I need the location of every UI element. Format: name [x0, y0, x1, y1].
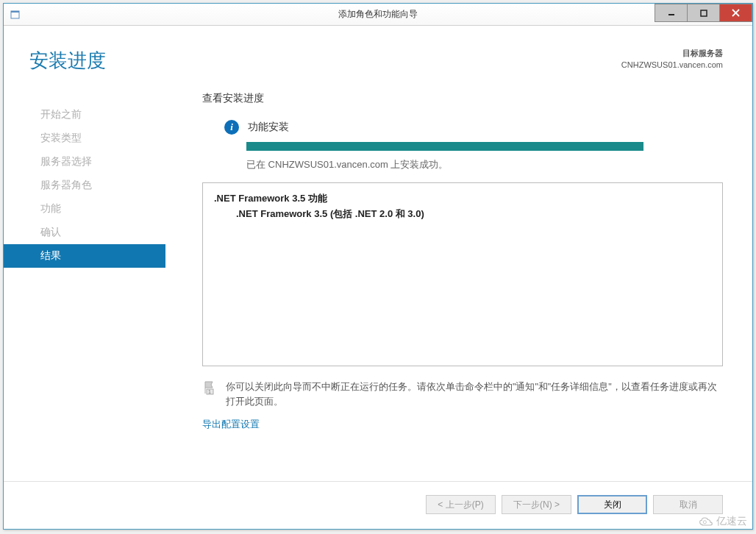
- sidebar-item-server-selection: 服务器选择: [4, 150, 165, 174]
- sidebar-item-install-type: 安装类型: [4, 127, 165, 150]
- svg-rect-1: [11, 11, 19, 13]
- target-server-info: 目标服务器 CNHZWSUS01.vancen.com: [621, 48, 723, 69]
- header-section: 安装进度 目标服务器 CNHZWSUS01.vancen.com: [4, 26, 752, 88]
- target-server-name: CNHZWSUS01.vancen.com: [621, 60, 723, 69]
- target-server-label: 目标服务器: [621, 48, 723, 59]
- wizard-sidebar: 开始之前 安装类型 服务器选择 服务器角色 功能 确认 结果: [4, 88, 165, 481]
- watermark-text: 亿速云: [716, 515, 747, 528]
- success-message: 已在 CNHZWSUS01.vancen.com 上安装成功。: [202, 158, 723, 171]
- close-window-button[interactable]: [719, 4, 752, 22]
- sidebar-item-results: 结果: [4, 244, 165, 268]
- view-progress-label: 查看安装进度: [202, 88, 723, 105]
- maximize-button[interactable]: [687, 4, 720, 22]
- svg-point-8: [703, 521, 706, 524]
- sidebar-item-server-roles: 服务器角色: [4, 174, 165, 197]
- wizard-window: 添加角色和功能向导 安装进度 目标服务器 CNHZWSUS01.vancen.c…: [3, 3, 753, 530]
- status-text: 功能安装: [248, 121, 289, 134]
- export-config-link[interactable]: 导出配置设置: [202, 418, 260, 431]
- notice-text: 你可以关闭此向导而不中断正在运行的任务。请依次单击命令栏中的"通知"和"任务详细…: [226, 380, 723, 409]
- notice-section: 1 你可以关闭此向导而不中断正在运行的任务。请依次单击命令栏中的"通知"和"任务…: [202, 380, 723, 409]
- previous-button: < 上一步(P): [426, 495, 496, 514]
- feature-child: .NET Framework 3.5 (包括 .NET 2.0 和 3.0): [214, 207, 711, 221]
- main-content: 查看安装进度 i 功能安装 已在 CNHZWSUS01.vancen.com 上…: [165, 88, 752, 481]
- sidebar-item-confirm: 确认: [4, 221, 165, 244]
- app-icon: [10, 9, 21, 21]
- cloud-icon: [699, 516, 713, 527]
- content-area: 安装进度 目标服务器 CNHZWSUS01.vancen.com 开始之前 安装…: [4, 26, 752, 529]
- feature-results-box: .NET Framework 3.5 功能 .NET Framework 3.5…: [202, 182, 723, 366]
- next-button: 下一步(N) >: [502, 495, 571, 514]
- feature-parent: .NET Framework 3.5 功能: [214, 192, 711, 205]
- svg-text:1: 1: [208, 389, 211, 394]
- cancel-button: 取消: [653, 495, 723, 514]
- sidebar-item-features: 功能: [4, 197, 165, 221]
- button-bar: < 上一步(P) 下一步(N) > 关闭 取消: [4, 481, 752, 529]
- watermark: 亿速云: [699, 515, 747, 528]
- progress-bar: [246, 142, 643, 151]
- page-title: 安装进度: [29, 48, 106, 74]
- sidebar-item-before-start: 开始之前: [4, 103, 165, 127]
- status-row: i 功能安装: [202, 120, 723, 135]
- info-icon: i: [224, 120, 239, 135]
- window-title: 添加角色和功能向导: [338, 8, 418, 21]
- window-controls: [655, 4, 752, 24]
- titlebar: 添加角色和功能向导: [4, 4, 752, 26]
- close-button[interactable]: 关闭: [577, 495, 647, 514]
- svg-rect-3: [701, 10, 707, 16]
- main-section: 开始之前 安装类型 服务器选择 服务器角色 功能 确认 结果 查看安装进度 i …: [4, 88, 752, 481]
- minimize-button[interactable]: [655, 4, 688, 22]
- flag-icon: 1: [202, 380, 218, 396]
